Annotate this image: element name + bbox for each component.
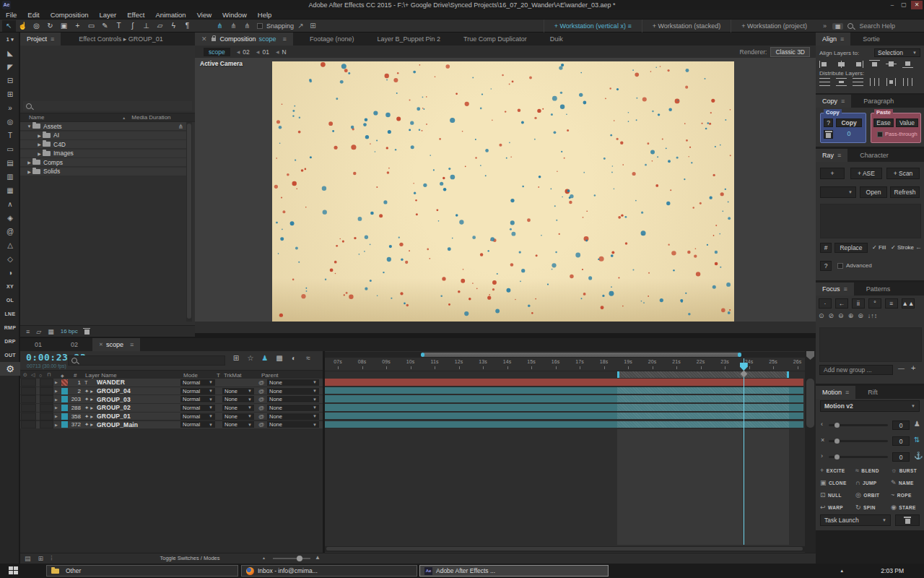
tab-patterns[interactable]: Patterns <box>860 282 897 296</box>
launcher-drp[interactable]: DRP <box>0 335 20 348</box>
ray-scan-button[interactable]: + Scan <box>886 168 920 179</box>
composition-canvas[interactable] <box>272 61 734 322</box>
label-column-icon[interactable]: ◆ <box>61 373 64 378</box>
parent-pickwhip-icon[interactable]: @ <box>258 421 264 428</box>
work-area-end-handle[interactable] <box>787 371 789 378</box>
project-column-headers[interactable]: Name ▲ Media Duration <box>20 113 195 122</box>
timeline-tab-01[interactable]: 01 <box>20 338 56 351</box>
tab-copy[interactable]: Copy≡ <box>816 95 851 108</box>
panel-menu-icon[interactable]: ≡ <box>130 338 134 351</box>
layer-bar-GROUP_03[interactable] <box>325 395 803 403</box>
layer-name[interactable]: GROUP_01 <box>97 413 131 420</box>
motion-name-button[interactable]: ✎NAME <box>891 479 924 486</box>
motion-spin-button[interactable]: ↻SPIN <box>855 504 889 511</box>
workspace-tab-0[interactable]: + Workstation (vertical x) ≡ <box>544 20 642 33</box>
comp-tab-3[interactable]: Duik <box>544 33 570 46</box>
launcher-corner-b[interactable]: ◤ <box>0 60 20 74</box>
parent-pickwhip-icon[interactable]: @ <box>258 405 264 411</box>
layer-name[interactable]: GROUP_03 <box>97 396 131 403</box>
taskbar-button-3[interactable]: AeAdobe After Effects ... <box>419 565 609 577</box>
anchor-icon[interactable]: ⚓ <box>914 452 923 460</box>
tree-item-comps[interactable]: ▶Comps <box>20 158 186 167</box>
tab-ray[interactable]: Ray≡ <box>816 149 847 162</box>
ray-ase-button[interactable]: + ASE <box>850 168 882 179</box>
switch-toggles[interactable] <box>40 379 53 387</box>
motion-slider-thumb[interactable] <box>834 423 840 428</box>
project-search-input[interactable] <box>23 101 192 111</box>
layer-name[interactable]: GROUP_Main <box>97 421 138 428</box>
panel-menu-icon[interactable]: ≡ <box>845 389 849 396</box>
project-scrollbar[interactable] <box>186 122 192 322</box>
eraser-tool[interactable]: ▱ <box>153 20 167 32</box>
navigator-handle-left[interactable] <box>421 353 424 357</box>
dist-center-h-button[interactable] <box>886 78 897 86</box>
copy-trash-button[interactable] <box>824 130 833 139</box>
tab-focus[interactable]: Focus≡ <box>816 282 854 296</box>
clone-stamp-tool[interactable]: ⊥ <box>139 20 153 32</box>
comp-breadcrumb-current[interactable]: scope <box>204 48 230 56</box>
tab-character[interactable]: Character <box>853 149 895 162</box>
layer-color-chip[interactable] <box>61 405 68 411</box>
launcher-half[interactable]: ◑ <box>0 266 20 280</box>
motion-slider-thumb[interactable] <box>834 439 840 444</box>
selection-tool[interactable]: ↖ <box>2 20 16 32</box>
parent-select[interactable]: None▼ <box>267 379 319 386</box>
layer-color-chip[interactable] <box>61 379 68 386</box>
renderer-button[interactable]: Classic 3D <box>770 47 810 57</box>
new-folder-icon[interactable]: ▱ <box>36 328 41 335</box>
motion-trash-button[interactable] <box>895 514 920 526</box>
twirl-icon[interactable]: ▶ <box>55 414 58 418</box>
mode-select[interactable]: Normal▼ <box>180 413 215 420</box>
mode-select[interactable]: Normal▼ <box>180 388 215 394</box>
menu-effect[interactable]: Effect <box>127 11 144 19</box>
motion-jump-button[interactable]: ∩JUMP <box>855 479 889 486</box>
launcher-rmp[interactable]: RMP <box>0 321 20 335</box>
launcher-cube-a[interactable]: ▤ <box>0 156 20 170</box>
local-axis-mode[interactable]: ⋔ <box>214 20 226 32</box>
close-button[interactable]: ✕ <box>911 1 923 9</box>
twirl-icon[interactable]: ▶ <box>55 405 58 410</box>
fill-checkbox[interactable]: ✓ Fill <box>872 244 886 251</box>
timeline-zoom-slider[interactable] <box>273 558 310 559</box>
lock-icon[interactable] <box>212 38 216 41</box>
ray-add-button[interactable]: + <box>820 168 845 179</box>
launcher-settings[interactable]: ⚙ <box>0 362 20 376</box>
project-bpc-button[interactable]: 16 bpc <box>61 328 78 335</box>
twirl-icon[interactable]: ▶ <box>36 133 43 138</box>
expand-inout-icon[interactable]: ⫶ <box>51 555 52 563</box>
mode-select[interactable]: Normal▼ <box>180 421 215 428</box>
close-tab-icon[interactable]: ✕ <box>201 33 207 46</box>
stroke-checkbox[interactable]: ✓ Stroke <box>891 244 914 251</box>
launcher-xy[interactable]: XY <box>0 280 20 293</box>
launcher-target[interactable]: ◎ <box>0 115 20 129</box>
launcher-grid[interactable]: ⊞ <box>0 87 20 101</box>
search-help-input[interactable]: Search Help <box>853 22 924 30</box>
breadcrumb-comp[interactable]: N <box>282 48 287 56</box>
snapping-checkbox[interactable] <box>257 23 263 29</box>
world-axis-mode[interactable]: ⋔ <box>227 20 240 32</box>
motion-burst-button[interactable]: ☼BURST <box>891 467 924 474</box>
maximize-button[interactable]: ▢ <box>898 1 910 9</box>
ray-help-button[interactable]: ? <box>820 261 832 271</box>
puppet-pin-tool[interactable]: ¶ <box>180 20 194 32</box>
interpret-footage-icon[interactable]: ≡ <box>26 328 30 335</box>
align-center-v-button[interactable] <box>836 60 847 68</box>
tab-composition[interactable]: ✕ Composition scope ≡ <box>195 33 293 46</box>
timeline-tab-02[interactable]: 02 <box>56 338 92 351</box>
type-tool[interactable]: T <box>112 20 126 32</box>
graph-editor-icon[interactable]: ≈ <box>303 354 313 362</box>
focus-list-icon[interactable]: ≡ <box>885 298 898 309</box>
layer-name-column[interactable]: Layer Name <box>85 372 117 379</box>
launcher-layers[interactable]: ⊟ <box>0 74 20 87</box>
launcher-up[interactable]: ∧ <box>0 197 20 211</box>
timeline-ruler[interactable]: 07s08s09s10s11s12s13s14s15s16s17s18s19s2… <box>325 358 805 371</box>
navigator-handle-right[interactable] <box>738 353 741 357</box>
layer-color-chip[interactable] <box>61 421 68 428</box>
parent-pickwhip-icon[interactable]: @ <box>258 379 264 386</box>
motion-excite-button[interactable]: +EXCITE <box>820 467 853 474</box>
trkmat-select[interactable]: None▼ <box>222 388 254 394</box>
tree-item-ai[interactable]: ▶AI <box>20 131 186 140</box>
passthrough-checkbox[interactable] <box>877 131 883 137</box>
motion-slider-value[interactable]: 0 <box>892 420 910 430</box>
timeline-vscrollbar[interactable] <box>805 351 816 553</box>
